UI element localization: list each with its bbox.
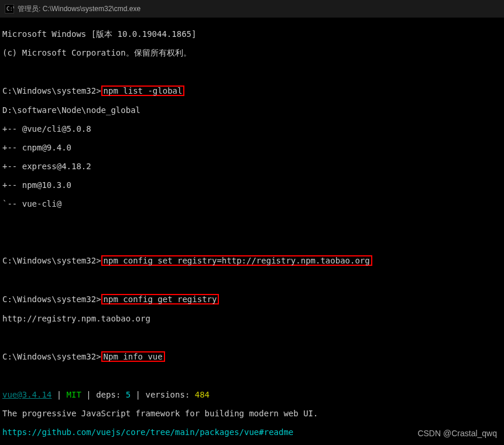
list-item: +-- express@4.18.2 bbox=[2, 162, 502, 171]
highlighted-command: Npm info vue bbox=[101, 351, 165, 362]
output-line: D:\software\Node\node_global bbox=[2, 105, 502, 115]
terminal-output: Microsoft Windows [版本 10.0.19044.1865] (… bbox=[0, 18, 504, 445]
header-line: Microsoft Windows [版本 10.0.19044.1865] bbox=[2, 29, 502, 39]
list-item: +-- cnpm@9.4.0 bbox=[2, 143, 502, 152]
svg-text:C:\: C:\ bbox=[6, 6, 14, 12]
highlighted-command: npm config set registry=http://registry.… bbox=[101, 255, 372, 266]
command-line: C:\Windows\system32>npm config get regis… bbox=[2, 294, 502, 304]
output-line: http://registry.npm.taobao.org bbox=[2, 314, 502, 323]
list-item: `-- vue-cli@ bbox=[2, 199, 502, 208]
window-title: 管理员: C:\Windows\system32\cmd.exe bbox=[18, 4, 140, 14]
package-header: vue@3.4.14 | MIT | deps: 5 | versions: 4… bbox=[2, 390, 502, 399]
highlighted-command: npm list -global bbox=[101, 85, 185, 96]
list-item: +-- npm@10.3.0 bbox=[2, 180, 502, 190]
window-titlebar: C:\ 管理员: C:\Windows\system32\cmd.exe bbox=[0, 0, 504, 18]
command-line: C:\Windows\system32>npm list -global bbox=[2, 85, 502, 96]
cmd-icon: C:\ bbox=[5, 4, 14, 13]
command-line: C:\Windows\system32>Npm info vue bbox=[2, 351, 502, 362]
header-line: (c) Microsoft Corporation。保留所有权利。 bbox=[2, 48, 502, 57]
list-item: +-- @vue/cli@5.0.8 bbox=[2, 124, 502, 134]
highlighted-command: npm config get registry bbox=[101, 294, 220, 304]
package-desc: The progressive JavaScript framework for… bbox=[2, 409, 502, 418]
watermark: CSDN @Crastal_qwq bbox=[417, 429, 497, 438]
command-line: C:\Windows\system32>npm config set regis… bbox=[2, 255, 502, 266]
